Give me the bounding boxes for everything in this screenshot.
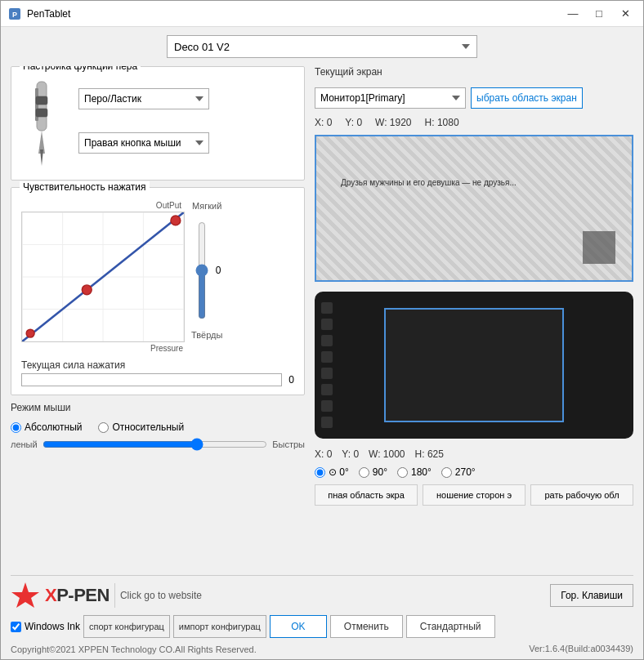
branding-divider (114, 583, 115, 608)
screen-preview-inner: Друзья мужчины и его девушка — не друзья… (316, 136, 632, 280)
pressure-slider[interactable] (193, 221, 211, 319)
pressure-content: OutPut (21, 201, 294, 353)
svg-point-20 (26, 329, 34, 337)
pressure-graph-svg (22, 212, 184, 341)
screen-preview: Друзья мужчины и его девушка — не друзья… (315, 135, 633, 282)
absolute-mode-option[interactable]: Абсолютный (11, 421, 82, 433)
window-controls: — □ ✕ (561, 6, 637, 22)
rotation-0-option[interactable]: ⊙ 0° (315, 466, 349, 478)
tablet-active-area (384, 308, 564, 422)
windows-ink-option[interactable]: Windows Ink (11, 621, 80, 632)
tab-aspect-ratio[interactable]: ношение сторон э (423, 484, 525, 506)
pressure-current-value: 0 (288, 374, 294, 386)
svg-text:P: P (12, 11, 17, 19)
pen-function-1-select[interactable]: Перо/Ластик (78, 88, 209, 109)
relative-radio[interactable] (98, 422, 109, 433)
titlebar: P PenTablet — □ ✕ (1, 1, 643, 27)
rotation-180-radio[interactable] (397, 467, 408, 478)
branding-row: XP-PEN Click go to website Гор. Клавиши (11, 575, 633, 610)
screen-coords: X: 0 Y: 0 W: 1920 H: 1080 (315, 117, 633, 128)
pen-function-2-select[interactable]: Правая кнопка мыши (78, 132, 209, 154)
right-panel: Текущий экран Монитор1[Primary] ыбрать о… (315, 66, 633, 570)
left-panel: Настройка функций пера (11, 66, 305, 570)
absolute-radio[interactable] (11, 422, 21, 433)
cancel-button[interactable]: Отменить (330, 615, 403, 638)
tablet-btn-7 (321, 400, 333, 412)
tablet-btn-1 (321, 302, 333, 314)
pressure-bottom: Текущая сила нажатия 0 (21, 359, 294, 386)
click-website-label[interactable]: Click go to website (120, 590, 202, 601)
device-row: Deco 01 V2 (11, 35, 633, 58)
pressure-section: Чувствительность нажатия OutPut (11, 187, 305, 395)
pressure-section-title: Чувствительность нажатия (20, 181, 150, 193)
output-label: OutPut (21, 201, 185, 210)
app-icon: P (7, 7, 22, 21)
pen-area: Перо/Ластик Правая кнопка мыши (21, 80, 294, 170)
tablet-w: 1000 (383, 448, 405, 460)
pressure-label: Pressure (21, 344, 185, 353)
monitor-select[interactable]: Монитор1[Primary] (315, 87, 466, 109)
radio-row: Абсолютный Относительный (11, 421, 305, 433)
default-button[interactable]: Стандартный (406, 615, 495, 638)
pressure-bar (21, 373, 282, 386)
import-config-button[interactable]: импорт конфигурац (173, 615, 266, 638)
current-screen-title: Текущий экран (315, 66, 633, 78)
version-text: Ver:1.6.4(Build:a0034439) (529, 644, 633, 653)
rotation-180-label: 180° (411, 466, 432, 478)
main-area: Настройка функций пера (11, 66, 633, 570)
relative-mode-option[interactable]: Относительный (98, 421, 184, 433)
copyright-text: Copyright©2021 XPPEN Technology CO.All R… (11, 643, 257, 654)
pen-functions-title: Настройка функций пера (20, 66, 141, 72)
current-pressure-label: Текущая сила нажатия (21, 359, 294, 371)
main-window: P PenTablet — □ ✕ Deco 01 V2 Настройка ф… (0, 0, 644, 660)
tablet-btn-2 (321, 319, 333, 330)
screen-small-box (583, 231, 615, 264)
tablet-x: 0 (327, 448, 333, 460)
rotation-180-option[interactable]: 180° (397, 466, 432, 478)
maximize-button[interactable]: □ (588, 6, 610, 22)
mouse-mode-section: Режим мыши Абсолютный Относительный лены… (11, 402, 305, 451)
rotation-90-option[interactable]: 90° (359, 466, 387, 478)
speed-slider[interactable] (42, 438, 268, 451)
relative-label: Относительный (112, 421, 184, 433)
screen-top: Монитор1[Primary] ыбрать область экран (315, 87, 633, 109)
speed-row: леный Быстры (11, 438, 305, 451)
tab-screen-area[interactable]: пная область экра (315, 484, 418, 506)
svg-point-19 (171, 216, 181, 225)
speed-slow-label: леный (11, 439, 38, 449)
rotation-90-radio[interactable] (359, 467, 369, 478)
pen-functions-section: Настройка функций пера (11, 66, 305, 181)
close-button[interactable]: ✕ (614, 6, 637, 22)
pen-svg (22, 80, 61, 170)
screen-h-label: H: 1080 (425, 117, 459, 128)
export-config-button[interactable]: спорт конфигурац (83, 615, 170, 638)
rotation-90-label: 90° (373, 466, 387, 478)
rotation-270-option[interactable]: 270° (441, 466, 476, 478)
speed-fast-label: Быстры (272, 439, 305, 449)
device-select[interactable]: Deco 01 V2 (167, 35, 477, 58)
tablet-y-label: Y: 0 (342, 448, 359, 460)
rotation-270-radio[interactable] (441, 467, 452, 478)
pressure-graph (21, 212, 185, 342)
pen-illustration (21, 80, 62, 170)
svg-marker-7 (40, 149, 43, 166)
window-title: PenTablet (27, 8, 561, 20)
windows-ink-checkbox[interactable] (11, 622, 21, 632)
bottom-tabs: пная область экра ношение сторон э рать … (315, 484, 633, 506)
screen-text-overlay: Друзья мужчины и его девушка — не друзья… (341, 177, 517, 189)
pen-dropdowns: Перо/Ластик Правая кнопка мыши (78, 80, 294, 154)
ok-button[interactable]: OK (270, 615, 327, 638)
hotkeys-button[interactable]: Гор. Клавиши (550, 584, 633, 607)
tablet-preview (315, 292, 633, 439)
footer-row: Copyright©2021 XPPEN Technology CO.All R… (11, 643, 633, 654)
xppen-logo-text: XP-PEN (45, 585, 110, 606)
minimize-button[interactable]: — (561, 6, 584, 22)
screen-x-label: X: 0 (315, 117, 332, 128)
tab-work-area[interactable]: рать рабочую обл (530, 484, 633, 506)
tablet-h: 625 (427, 448, 444, 460)
footer-actions: Windows Ink спорт конфигурац импорт конф… (11, 615, 633, 638)
select-area-button[interactable]: ыбрать область экран (471, 87, 583, 109)
rotation-270-label: 270° (455, 466, 476, 478)
tablet-buttons-left (321, 302, 333, 428)
rotation-0-radio[interactable] (315, 467, 325, 478)
